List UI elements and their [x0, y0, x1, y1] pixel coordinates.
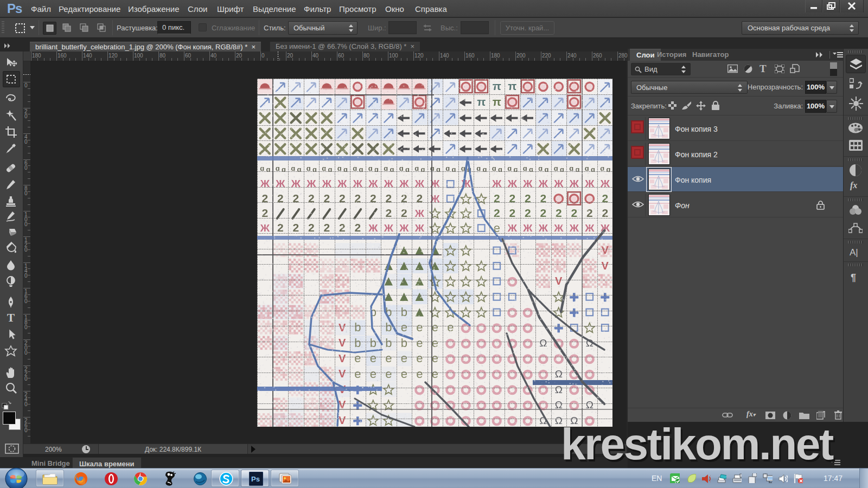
svg-text:T: T	[7, 311, 15, 324]
svg-text:Ps: Ps	[251, 475, 260, 483]
